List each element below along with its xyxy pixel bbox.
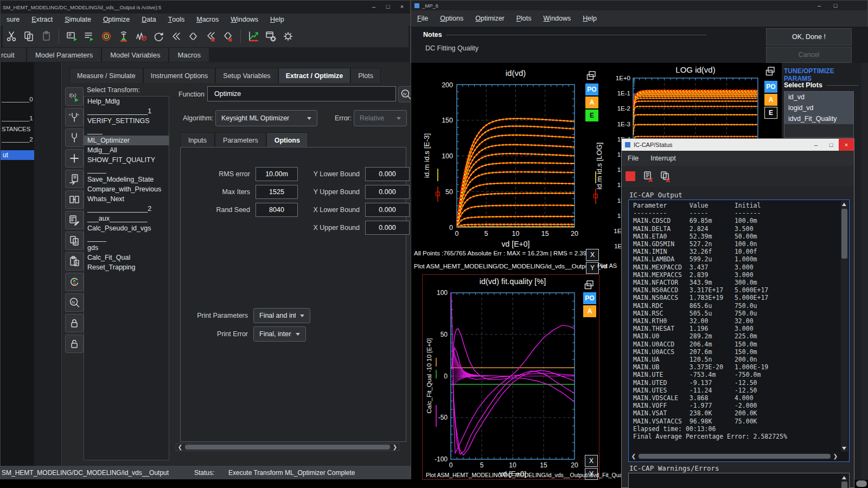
menu-item[interactable]: Macros bbox=[190, 14, 225, 25]
tab-inputs[interactable]: Inputs bbox=[180, 132, 215, 147]
rerun-extract-icon[interactable] bbox=[65, 273, 84, 291]
plot-edit-button[interactable]: E bbox=[764, 107, 777, 119]
stop-icon[interactable] bbox=[623, 169, 638, 184]
warnings-vscrollbar[interactable] bbox=[841, 474, 848, 488]
transform-item[interactable]: Mdlg__All bbox=[84, 145, 169, 155]
print-parameters-select[interactable]: Final and int bbox=[253, 308, 310, 323]
transform-item[interactable]: Save_Modeling_State bbox=[84, 175, 169, 184]
output-vscrollbar[interactable] bbox=[841, 201, 848, 452]
fork-icon[interactable] bbox=[65, 129, 84, 147]
field-input[interactable]: 10.00m bbox=[256, 167, 298, 181]
plot-list-item[interactable]: id_vd bbox=[784, 92, 853, 102]
transform-item[interactable]: VERIFY_SETTINGS bbox=[84, 116, 169, 126]
output-hscrollbar[interactable]: ❮ ❯ bbox=[630, 452, 839, 460]
field-input[interactable]: 0.000 bbox=[365, 167, 410, 181]
plot-autoscale-button[interactable]: A bbox=[583, 305, 596, 317]
menu-item[interactable]: Tools bbox=[162, 14, 191, 25]
chart-up-icon[interactable] bbox=[246, 29, 261, 44]
transform-item[interactable]: SHOW_FIT_QUALITY bbox=[84, 155, 169, 165]
subtab-extract-optimize[interactable]: Extract / Optimize bbox=[278, 68, 351, 83]
field-input[interactable]: 8040 bbox=[256, 203, 298, 217]
mem-recall-icon[interactable] bbox=[168, 29, 183, 44]
copy-page-icon[interactable]: p bbox=[65, 232, 84, 250]
tune-optimize-link[interactable]: TUNE/OPTIMIZE PARAMS bbox=[784, 67, 861, 82]
transform-item[interactable]: ________________1 bbox=[84, 106, 169, 116]
subtab-setup-variables[interactable]: Setup Variables bbox=[215, 68, 278, 83]
scrollbar-thumb[interactable] bbox=[185, 445, 390, 450]
transform-item[interactable]: Calc_Pseudo_id_vgs bbox=[84, 223, 169, 233]
field-input[interactable]: 0.000 bbox=[365, 221, 410, 235]
transform-item[interactable]: Compare_with_Previous bbox=[84, 184, 169, 194]
maximize-icon[interactable]: □ bbox=[824, 139, 839, 151]
scroll-left-icon[interactable]: ❮ bbox=[630, 453, 637, 460]
tree-item[interactable]: ________1 bbox=[2, 115, 33, 121]
menu-item[interactable]: Windows bbox=[225, 14, 264, 25]
menu-item[interactable]: File bbox=[622, 151, 644, 166]
transform-item[interactable]: ML_Optimizer bbox=[84, 136, 169, 145]
mem-recall-x-icon[interactable] bbox=[203, 29, 218, 44]
field-input[interactable]: 0.000 bbox=[365, 203, 410, 217]
scrollbar-thumb[interactable] bbox=[856, 480, 867, 487]
mem-dual-x-icon[interactable] bbox=[220, 29, 235, 44]
refresh-icon[interactable] bbox=[151, 29, 166, 44]
menu-item[interactable]: Plots bbox=[510, 10, 538, 27]
scroll-up-icon[interactable] bbox=[842, 203, 846, 206]
tab-parameters[interactable]: Parameters bbox=[215, 132, 266, 147]
scroll-up-icon[interactable] bbox=[842, 476, 846, 479]
transform-item[interactable]: Reset_Trapping bbox=[84, 262, 169, 272]
menu-item[interactable]: File bbox=[411, 10, 434, 27]
minimize-icon[interactable]: – bbox=[812, 0, 826, 11]
plot-list-item[interactable]: logid_vd bbox=[784, 102, 853, 113]
copy-icon[interactable] bbox=[21, 29, 36, 44]
tab-model-variables[interactable]: Model Variables bbox=[101, 47, 169, 62]
scrollbar-thumb[interactable] bbox=[841, 481, 847, 488]
transform-item[interactable]: gds bbox=[84, 243, 169, 253]
import-doc-icon[interactable] bbox=[65, 170, 84, 188]
minimize-icon[interactable]: – bbox=[808, 139, 824, 151]
restore-window-icon[interactable] bbox=[583, 279, 596, 290]
gear-icon[interactable] bbox=[280, 29, 296, 44]
cancel-button[interactable]: Cancel bbox=[766, 47, 852, 63]
transform-item[interactable]: Help_Mdlg bbox=[84, 97, 169, 106]
tab-model-parameters[interactable]: Model Parameters bbox=[27, 47, 101, 62]
tree-item[interactable]: ________0 bbox=[2, 96, 33, 102]
restore-window-icon[interactable] bbox=[764, 66, 777, 76]
doc-x-icon[interactable] bbox=[640, 169, 655, 184]
plot-optimize-button[interactable]: PO bbox=[583, 292, 596, 304]
function-input[interactable]: Optimize bbox=[207, 86, 396, 101]
tree-item[interactable]: STANCES bbox=[2, 126, 30, 132]
menu-item[interactable]: Windows bbox=[538, 10, 577, 27]
paste-page-icon[interactable]: p bbox=[65, 252, 84, 271]
tab-options[interactable]: Options bbox=[266, 132, 308, 147]
maximize-icon[interactable]: □ bbox=[828, 0, 843, 11]
transform-item[interactable]: Whats_Next bbox=[84, 194, 169, 204]
tab-macros[interactable]: Macros bbox=[169, 47, 209, 62]
menu-item[interactable]: Optimize bbox=[97, 14, 136, 25]
wave-plot-icon[interactable] bbox=[133, 29, 149, 44]
ok-done-button[interactable]: OK, Done ! bbox=[766, 28, 852, 46]
menu-item[interactable]: Help bbox=[264, 14, 290, 25]
scroll-down-icon[interactable] bbox=[842, 447, 846, 450]
transform-item[interactable]: ________________2 bbox=[84, 204, 169, 214]
minimize-icon[interactable]: – bbox=[367, 1, 381, 12]
transform-item[interactable]: _____ bbox=[84, 233, 169, 243]
tree-item[interactable]: ________2 bbox=[2, 136, 33, 143]
menu-item[interactable]: Data bbox=[136, 14, 162, 25]
menu-item[interactable]: Options bbox=[434, 10, 469, 27]
scroll-left-icon[interactable]: ❮ bbox=[176, 444, 184, 451]
form-horizontal-scrollbar[interactable]: ❮ ❯ bbox=[176, 443, 399, 451]
target-icon[interactable] bbox=[99, 29, 114, 44]
algorithm-select[interactable]: Keysight ML Optimizer bbox=[215, 110, 317, 126]
plot-autoscale-button[interactable]: A bbox=[764, 94, 777, 106]
cut-icon[interactable] bbox=[4, 29, 19, 44]
unlock-icon[interactable] bbox=[65, 335, 84, 353]
menu-item[interactable]: Simulate bbox=[59, 14, 97, 25]
scrollbar-thumb[interactable] bbox=[639, 454, 831, 459]
menu-item[interactable]: Help bbox=[577, 10, 603, 27]
maximize-icon[interactable]: □ bbox=[381, 1, 395, 12]
x-axis-button[interactable]: X bbox=[585, 455, 598, 467]
print-error-select[interactable]: Final, interm bbox=[253, 326, 306, 342]
transform-item[interactable]: Calc_Fit_Qual bbox=[84, 253, 169, 262]
list-play-icon[interactable] bbox=[81, 29, 97, 44]
display-play-icon[interactable] bbox=[64, 29, 79, 44]
